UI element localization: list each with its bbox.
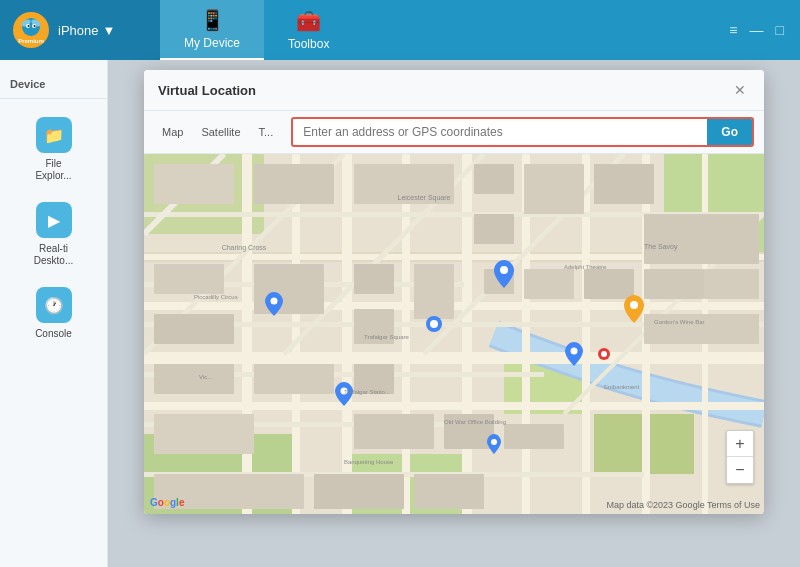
svg-rect-53 (524, 164, 584, 214)
svg-rect-43 (254, 164, 334, 204)
svg-text:Adelphi Theatre: Adelphi Theatre (564, 264, 607, 270)
svg-rect-56 (524, 269, 574, 299)
svg-rect-68 (314, 474, 404, 509)
sidebar-console-label: Console (35, 328, 72, 340)
phone-dropdown-icon: ▼ (102, 23, 115, 38)
nav-tabs: 📱 My Device 🧰 Toolbox (160, 0, 713, 60)
svg-point-77 (271, 298, 278, 305)
svg-point-6 (28, 25, 30, 27)
device-info: Device (0, 70, 107, 99)
tab-my-device-label: My Device (184, 36, 240, 50)
svg-text:Banqueting House: Banqueting House (344, 459, 394, 465)
svg-rect-51 (414, 264, 454, 319)
app-logo: Premium (12, 11, 50, 49)
svg-text:Charing Cross: Charing Cross (222, 244, 267, 252)
svg-text:Old War Office Building: Old War Office Building (444, 419, 506, 425)
sidebar-realtime-label: Real-tiDeskto... (34, 243, 73, 267)
svg-rect-45 (474, 164, 514, 194)
svg-point-78 (491, 439, 497, 445)
svg-rect-70 (644, 214, 759, 264)
sidebar: Device 📁 FileExplor... ▶ Real-tiDeskto..… (0, 60, 108, 567)
tab-my-device[interactable]: 📱 My Device (160, 0, 264, 60)
svg-rect-26 (462, 154, 472, 514)
map-tabs: Map Satellite T... (154, 123, 281, 141)
map-area[interactable]: Charing Cross Leicester Square Piccadill… (144, 154, 764, 514)
svg-point-76 (571, 348, 578, 355)
close-button[interactable]: ✕ (730, 80, 750, 100)
svg-text:Embankment: Embankment (604, 384, 640, 390)
svg-rect-46 (154, 264, 224, 294)
svg-point-81 (601, 351, 607, 357)
minimize-icon[interactable]: — (750, 22, 764, 38)
file-explorer-icon: 📁 (36, 117, 72, 153)
phone-selector[interactable]: iPhone ▼ (58, 23, 115, 38)
svg-rect-42 (154, 164, 234, 204)
svg-rect-47 (154, 314, 234, 344)
top-bar: Premium iPhone ▼ 📱 My Device 🧰 Toolbox ≡… (0, 0, 800, 60)
window-controls: ≡ — □ (713, 0, 800, 60)
app-logo-area: Premium iPhone ▼ (0, 0, 160, 60)
svg-point-74 (500, 266, 508, 274)
tab-toolbox[interactable]: 🧰 Toolbox (264, 0, 353, 60)
svg-rect-63 (154, 414, 254, 454)
realtime-desktop-icon: ▶ (36, 202, 72, 238)
svg-text:Vic...: Vic... (199, 374, 213, 380)
svg-text:Trafalgar Statio...: Trafalgar Statio... (344, 389, 390, 395)
svg-rect-21 (144, 402, 764, 410)
map-tab-satellite[interactable]: Satellite (193, 123, 248, 141)
sidebar-item-realtime-desktop[interactable]: ▶ Real-tiDeskto... (0, 192, 107, 277)
menu-icon[interactable]: ≡ (729, 22, 737, 38)
main-content: Device 📁 FileExplor... ▶ Real-tiDeskto..… (0, 60, 800, 567)
svg-text:Premium: Premium (18, 38, 44, 44)
svg-rect-59 (704, 269, 759, 299)
svg-rect-52 (474, 214, 514, 244)
svg-point-79 (630, 301, 638, 309)
svg-rect-20 (144, 352, 764, 364)
maximize-icon[interactable]: □ (776, 22, 784, 38)
sidebar-item-console[interactable]: 🕐 Console (0, 277, 107, 350)
virtual-location-dialog: Virtual Location ✕ Map Satellite T... Go (144, 70, 764, 514)
my-device-icon: 📱 (200, 8, 225, 32)
svg-point-7 (34, 25, 36, 27)
svg-rect-49 (354, 264, 394, 294)
dialog-title: Virtual Location (158, 83, 256, 98)
tab-toolbox-label: Toolbox (288, 37, 329, 51)
svg-point-73 (430, 320, 438, 328)
svg-rect-58 (644, 269, 704, 299)
modal-overlay: Virtual Location ✕ Map Satellite T... Go (108, 60, 800, 567)
zoom-in-button[interactable]: + (727, 431, 753, 457)
map-tab-terrain[interactable]: T... (251, 123, 282, 141)
map-zoom-controls: + − (726, 430, 754, 484)
google-logo: Google (150, 497, 184, 508)
dialog-header: Virtual Location ✕ (144, 70, 764, 111)
map-tab-map[interactable]: Map (154, 123, 191, 141)
svg-rect-22 (242, 154, 252, 514)
svg-text:Gordon's Wine Bar: Gordon's Wine Bar (654, 319, 705, 325)
svg-rect-61 (254, 364, 334, 394)
svg-rect-66 (504, 424, 564, 449)
toolbox-icon: 🧰 (296, 9, 321, 33)
svg-rect-48 (254, 264, 324, 314)
page-area: Virtual Location ✕ Map Satellite T... Go (108, 60, 800, 567)
svg-rect-64 (354, 414, 434, 449)
console-icon: 🕐 (36, 287, 72, 323)
search-bar: Go (291, 117, 754, 147)
zoom-out-button[interactable]: − (727, 457, 753, 483)
map-footer: Map data ©2023 Google Terms of Use (606, 500, 760, 510)
sidebar-item-file-explorer[interactable]: 📁 FileExplor... (0, 107, 107, 192)
sidebar-file-explorer-label: FileExplor... (35, 158, 71, 182)
svg-text:Leicester Square: Leicester Square (398, 194, 451, 202)
svg-rect-57 (584, 269, 634, 299)
svg-rect-54 (594, 164, 654, 204)
svg-text:Trafalgar Square: Trafalgar Square (364, 334, 409, 340)
svg-text:The Savoy: The Savoy (644, 243, 678, 251)
dialog-toolbar: Map Satellite T... Go (144, 111, 764, 154)
svg-rect-60 (154, 364, 234, 394)
svg-text:Piccadilly Circus: Piccadilly Circus (194, 294, 238, 300)
svg-rect-69 (414, 474, 484, 509)
phone-label-text: iPhone (58, 23, 98, 38)
go-button[interactable]: Go (707, 119, 752, 145)
search-input[interactable] (293, 120, 707, 144)
